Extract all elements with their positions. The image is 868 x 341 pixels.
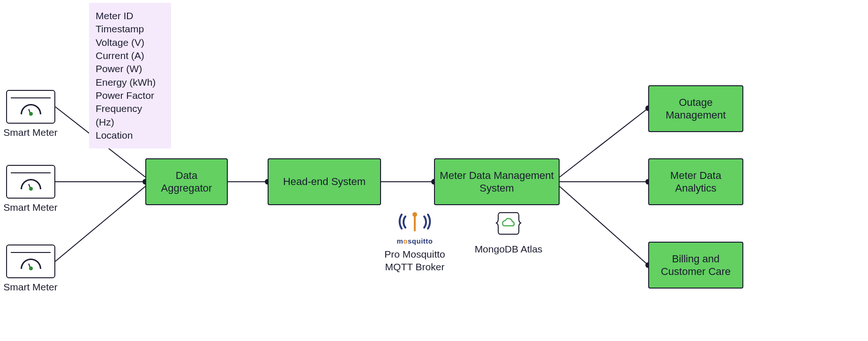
node-label: Billing and Customer Care — [654, 252, 738, 278]
smart-meter-1 — [6, 90, 55, 124]
svg-point-15 — [412, 212, 417, 217]
node-label: Meter Data Management System — [440, 169, 554, 195]
mosquitto-icon — [396, 210, 434, 236]
mosquitto-caption: Pro Mosquitto MQTT Broker — [373, 248, 457, 274]
node-billing-customer-care: Billing and Customer Care — [648, 242, 743, 289]
schema-field: Voltage (V) — [96, 36, 163, 49]
smart-meter-1-label: Smart Meter — [0, 127, 63, 138]
node-meter-data-analytics: Meter Data Analytics — [648, 158, 743, 205]
smart-meter-3 — [6, 245, 55, 278]
node-outage-management: Outage Management — [648, 85, 743, 132]
schema-field: Location — [96, 129, 163, 142]
node-head-end-system: Head-end System — [268, 158, 381, 205]
smart-meter-3-label: Smart Meter — [0, 282, 63, 293]
mosquitto-logo-block: mosquitto Pro Mosquitto MQTT Broker — [373, 210, 457, 274]
schema-field: Energy (kWh) — [96, 76, 163, 89]
schema-field: Power Factor — [96, 89, 163, 102]
schema-field: Meter ID — [96, 9, 163, 22]
schema-field: Timestamp — [96, 22, 163, 36]
svg-line-12 — [560, 186, 648, 265]
mongodb-caption: MongoDB Atlas — [469, 243, 548, 255]
node-label: Head-end System — [283, 175, 366, 188]
schema-field: Frequency (Hz) — [96, 102, 163, 129]
node-label: Outage Management — [654, 96, 738, 122]
mongodb-atlas-icon — [495, 210, 522, 238]
mongodb-logo-block: MongoDB Atlas — [469, 210, 548, 255]
data-schema-box: Meter ID Timestamp Voltage (V) Current (… — [89, 3, 171, 148]
node-data-aggregator: Data Aggregator — [145, 158, 228, 205]
schema-field: Current (A) — [96, 49, 163, 62]
mosquitto-wordmark-tail: o — [428, 237, 433, 245]
node-label: Meter Data Analytics — [654, 169, 738, 195]
smart-meter-2 — [6, 165, 55, 199]
svg-line-2 — [55, 186, 145, 261]
schema-field: Power (W) — [96, 62, 163, 75]
svg-line-8 — [560, 108, 648, 177]
node-label: Data Aggregator — [151, 169, 222, 195]
node-mdms: Meter Data Management System — [434, 158, 560, 205]
diagram-canvas: Smart Meter Smart Meter Smart Meter Mete… — [0, 0, 868, 341]
smart-meter-2-label: Smart Meter — [0, 202, 63, 213]
